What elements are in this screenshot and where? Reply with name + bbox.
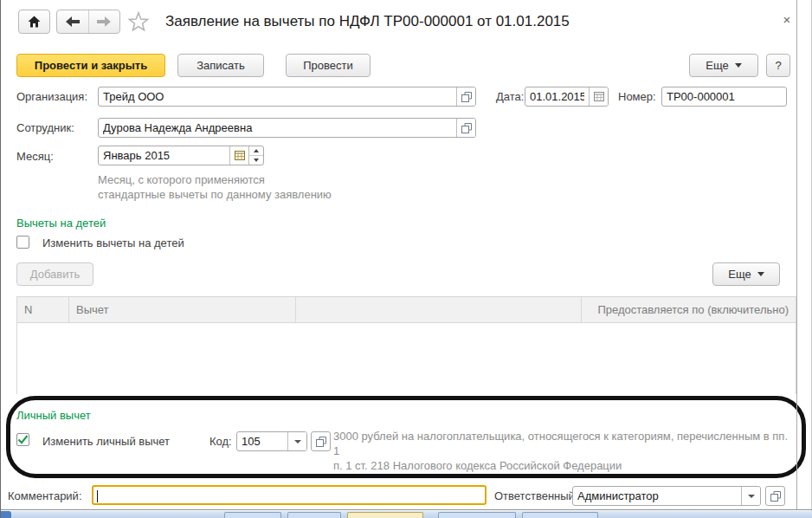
comment-field (92, 485, 487, 505)
month-field (98, 146, 264, 165)
employee-label: Сотрудник: (16, 121, 74, 134)
organization-open-button[interactable] (456, 87, 475, 106)
taskbar-button[interactable] (438, 512, 516, 518)
code-dropdown-button[interactable] (287, 432, 306, 450)
column-header-deduction[interactable]: Вычет (69, 297, 296, 322)
taskbar (1, 511, 812, 518)
help-button[interactable]: ? (766, 54, 790, 77)
employee-field (98, 118, 476, 138)
checkmark-icon (17, 435, 29, 444)
employee-input[interactable] (99, 119, 456, 137)
window-right-border (796, 0, 797, 509)
taskbar-button-active[interactable] (347, 512, 423, 518)
back-button[interactable] (57, 10, 89, 33)
code-description-line-2: п. 1 ст. 218 Налогового кодекса Российск… (333, 458, 796, 473)
date-field (525, 87, 609, 107)
write-button[interactable]: Записать (177, 54, 264, 77)
calendar-icon (594, 92, 604, 101)
chevron-down-icon (748, 495, 755, 498)
column-header-n[interactable]: N (17, 297, 69, 322)
forward-button[interactable] (89, 10, 120, 33)
taskbar-button[interactable] (224, 512, 281, 518)
post-and-close-button[interactable]: Провести и закрыть (16, 54, 165, 77)
responsible-label: Ответственный: (494, 489, 577, 502)
chevron-down-icon (735, 63, 742, 68)
month-label: Месяц: (16, 150, 54, 163)
more-button-table-label: Еще (728, 268, 751, 281)
change-children-checkbox[interactable] (16, 236, 29, 249)
month-hint: Месяц, с которого применяются стандартны… (98, 172, 332, 202)
triangle-down-icon (254, 159, 259, 162)
spinner-down-button[interactable] (249, 156, 263, 165)
code-description-line-1: 3000 рублей на налогоплательщика, относя… (333, 429, 796, 458)
employee-open-button[interactable] (456, 119, 475, 137)
open-link-icon (461, 123, 472, 133)
date-input[interactable] (525, 87, 589, 106)
history-nav (56, 10, 120, 34)
code-input[interactable] (237, 432, 287, 450)
back-arrow-icon (66, 16, 80, 27)
home-button[interactable] (18, 10, 50, 34)
personal-section-title: Личный вычет (16, 409, 91, 422)
open-link-icon (461, 92, 472, 102)
open-link-icon (316, 437, 326, 447)
organization-input[interactable] (99, 87, 456, 106)
deductions-table-header: N Вычет Предоставляется по (включительно… (17, 297, 796, 323)
change-children-checkbox-label: Изменить вычеты на детей (42, 236, 184, 249)
month-spinner (248, 146, 263, 165)
number-field (661, 87, 787, 107)
page-title: Заявление на вычеты по НДФЛ ТР00-000001 … (165, 13, 570, 30)
more-button-label: Еще (706, 59, 728, 72)
deductions-table-body[interactable] (17, 323, 796, 394)
window-bottom-border (1, 509, 812, 510)
forward-arrow-icon (97, 16, 111, 27)
code-description: 3000 рублей на налогоплательщика, относя… (333, 429, 796, 473)
close-icon[interactable]: × (778, 10, 796, 28)
responsible-field (572, 486, 761, 506)
add-row-button: Добавить (16, 262, 93, 286)
chevron-down-icon (294, 440, 301, 444)
change-personal-checkbox-label: Изменить личный вычет (42, 435, 170, 448)
taskbar-button[interactable] (522, 512, 598, 518)
open-link-icon (770, 491, 781, 502)
taskbar-button[interactable] (287, 512, 341, 518)
more-button-top[interactable]: Еще (689, 54, 758, 77)
organization-field (98, 87, 476, 107)
code-open-button[interactable] (311, 431, 331, 451)
column-header-provided-until[interactable]: Предоставляется по (включительно) (582, 297, 796, 322)
children-section-title: Вычеты на детей (16, 217, 106, 230)
number-input[interactable] (662, 87, 786, 106)
responsible-dropdown-button[interactable] (741, 487, 760, 505)
taskbar-start-icon[interactable] (1, 511, 11, 518)
responsible-input[interactable] (573, 487, 741, 505)
home-icon (28, 16, 41, 28)
post-button[interactable]: Провести (286, 54, 371, 77)
triangle-up-icon (254, 149, 259, 152)
column-header-spacer (296, 297, 582, 322)
date-calendar-button[interactable] (589, 87, 608, 106)
code-label: Код: (209, 435, 232, 448)
month-calendar-icon (235, 151, 245, 160)
date-label: Дата: (496, 90, 524, 103)
comment-input[interactable] (98, 487, 485, 503)
month-hint-line-1: Месяц, с которого применяются (98, 172, 332, 187)
organization-label: Организация: (16, 90, 87, 103)
code-field (236, 431, 307, 451)
spinner-up-button[interactable] (249, 146, 263, 156)
responsible-open-button[interactable] (765, 486, 785, 506)
change-personal-checkbox[interactable] (16, 433, 29, 446)
chevron-down-icon (757, 272, 764, 276)
deduction-application-window: Заявление на вычеты по НДФЛ ТР00-000001 … (0, 0, 812, 518)
month-hint-line-2: стандартные вычеты по данному заявлению (98, 187, 332, 202)
favorite-star-icon[interactable] (127, 10, 150, 33)
comment-label: Комментарий: (8, 489, 82, 502)
month-input[interactable] (99, 146, 229, 165)
month-calendar-button[interactable] (229, 146, 248, 165)
more-button-table[interactable]: Еще (712, 262, 780, 286)
deductions-table: N Вычет Предоставляется по (включительно… (16, 296, 796, 394)
number-label: Номер: (618, 90, 656, 103)
